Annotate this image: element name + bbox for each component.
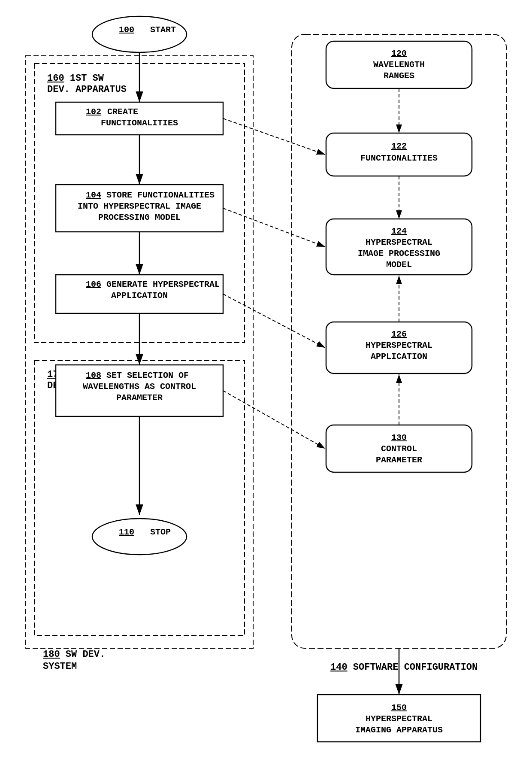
node-106-id: 106: [86, 279, 101, 289]
node-108-text3: PARAMETER: [116, 393, 163, 403]
node-150-text1: HYPERSPECTRAL: [366, 714, 432, 724]
node-120-text2: RANGES: [384, 71, 414, 81]
node-108-text2: WAVELENGTHS AS CONTROL: [83, 382, 196, 392]
node-120-text1: WAVELENGTH: [373, 60, 425, 70]
node-104-id: 104: [86, 190, 101, 200]
arrow-106-to-126: [223, 294, 325, 348]
node-120-id: 120: [391, 49, 407, 58]
node-124-id: 124: [391, 226, 407, 236]
arrow-104-to-124: [223, 208, 325, 247]
node-122-id: 122: [391, 141, 407, 151]
node-102-id: 102: [86, 107, 101, 117]
stop-label-id: 110: [119, 527, 134, 537]
node-108-text1: SET SELECTION OF: [106, 370, 189, 380]
arrow-108-to-130: [223, 391, 325, 449]
start-label-text: START: [150, 25, 176, 35]
diagram-container: 180 SW DEV. SYSTEM 170 2ND SW DEV. APPAR…: [0, 0, 532, 765]
arrow-102-to-122: [223, 118, 325, 155]
sw-dev-system-label: 180 SW DEV.: [43, 649, 105, 660]
stop-label-text: STOP: [150, 527, 171, 537]
node-130-id: 130: [391, 433, 407, 443]
node-124-text3: MODEL: [386, 260, 412, 270]
node-104-text1: STORE FUNCTIONALITIES: [106, 190, 215, 200]
node-106-text2: APPLICATION: [111, 291, 168, 301]
node-150-id: 150: [391, 703, 407, 713]
sw-dev-system-label2: SYSTEM: [43, 661, 77, 672]
node-122-text1: FUNCTIONALITIES: [360, 153, 438, 163]
start-label-id: 100: [119, 25, 134, 35]
node-130-text2: PARAMETER: [376, 455, 422, 465]
stop-node: [92, 519, 187, 555]
first-sw-dev-label: 160 1ST SW: [47, 73, 104, 84]
node-126-text1: HYPERSPECTRAL: [366, 340, 432, 350]
first-sw-dev-label2: DEV. APPARATUS: [47, 84, 127, 95]
node-102-text2: FUNCTIONALITIES: [101, 118, 178, 128]
node-130-text1: CONTROL: [381, 444, 417, 454]
node-108-id: 108: [86, 370, 101, 380]
node-124-text1: HYPERSPECTRAL: [366, 237, 432, 247]
software-config-label: 140 SOFTWARE CONFIGURATION: [330, 662, 478, 673]
node-150-text2: IMAGING APPARATUS: [355, 725, 443, 735]
node-124-text2: IMAGE PROCESSING: [358, 249, 440, 258]
node-104-text3: PROCESSING MODEL: [98, 212, 181, 222]
node-104-text2: INTO HYPERSPECTRAL IMAGE: [78, 201, 201, 211]
node-126-id: 126: [391, 329, 407, 339]
node-106-text1: GENERATE HYPERSPECTRAL: [106, 279, 220, 289]
node-102-text1: CREATE: [107, 107, 138, 117]
node-126-text2: APPLICATION: [371, 352, 427, 361]
